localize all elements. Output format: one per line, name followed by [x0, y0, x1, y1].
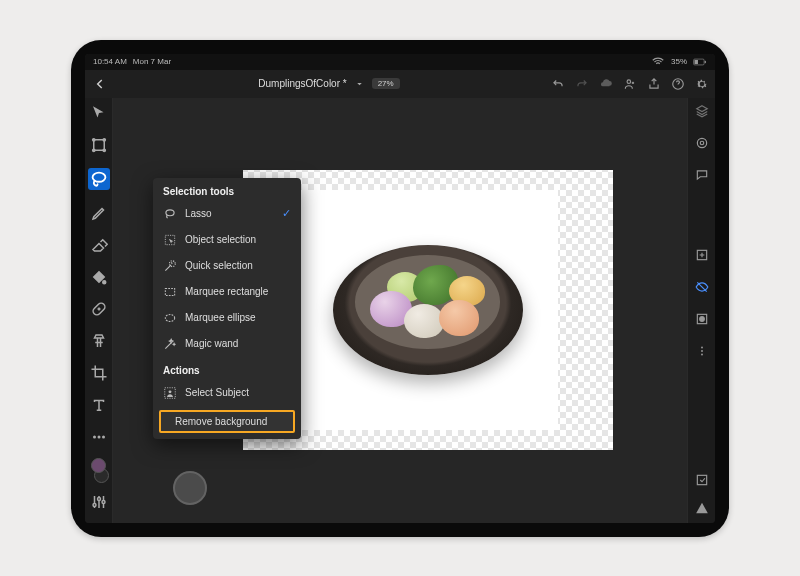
- svg-point-10: [92, 172, 105, 181]
- mask-icon[interactable]: [695, 312, 709, 326]
- svg-point-38: [701, 350, 703, 352]
- properties-icon[interactable]: [695, 136, 709, 150]
- magic-wand-icon: [163, 337, 177, 351]
- menu-item-label: Magic wand: [185, 338, 238, 349]
- eraser-tool-icon[interactable]: [90, 236, 108, 254]
- image-content: [298, 190, 558, 430]
- select-subject-icon: [163, 386, 177, 400]
- transform-tool-icon[interactable]: [90, 136, 108, 154]
- selection-tools-popup: Selection tools Lasso ✓ Object selection…: [153, 178, 301, 439]
- kebab-icon[interactable]: [695, 344, 709, 358]
- svg-rect-26: [165, 288, 174, 295]
- menu-item-quick-selection[interactable]: Quick selection: [153, 253, 301, 279]
- svg-point-15: [93, 503, 96, 506]
- svg-rect-2: [705, 60, 706, 62]
- svg-point-17: [102, 500, 105, 503]
- heal-tool-icon[interactable]: [90, 300, 108, 318]
- menu-item-label: Lasso: [185, 208, 212, 219]
- svg-point-16: [97, 497, 100, 500]
- svg-point-39: [701, 353, 703, 355]
- zoom-badge[interactable]: 27%: [372, 78, 400, 89]
- lasso-icon: [163, 207, 177, 221]
- document-title[interactable]: DumplingsOfColor *: [258, 78, 346, 89]
- svg-point-32: [700, 141, 704, 145]
- svg-point-27: [165, 314, 174, 321]
- wifi-icon: [651, 55, 665, 69]
- ios-status-bar: 10:54 AM Mon 7 Mar 35%: [85, 54, 715, 70]
- menu-item-marquee-rectangle[interactable]: Marquee rectangle: [153, 279, 301, 305]
- lasso-tool-icon[interactable]: [88, 168, 110, 190]
- menu-item-lasso[interactable]: Lasso ✓: [153, 201, 301, 227]
- help-icon[interactable]: [671, 77, 685, 91]
- svg-point-29: [169, 390, 172, 393]
- svg-rect-40: [697, 475, 706, 484]
- gear-icon[interactable]: [695, 77, 709, 91]
- color-swatches[interactable]: [88, 458, 109, 483]
- svg-point-8: [92, 149, 94, 151]
- svg-point-6: [92, 138, 94, 140]
- menu-item-marquee-ellipse[interactable]: Marquee ellipse: [153, 305, 301, 331]
- workspace: Selection tools Lasso ✓ Object selection…: [85, 98, 715, 523]
- svg-point-13: [97, 435, 100, 438]
- svg-point-14: [102, 435, 105, 438]
- check-icon: ✓: [282, 207, 291, 220]
- clone-tool-icon[interactable]: [90, 332, 108, 350]
- quick-selection-icon: [163, 259, 177, 273]
- menu-item-label: Marquee rectangle: [185, 286, 268, 297]
- menu-item-select-subject[interactable]: Select Subject: [153, 380, 301, 406]
- adjust-icon[interactable]: [90, 493, 108, 511]
- app-header: DumplingsOfColor * 27%: [85, 70, 715, 98]
- menu-item-label: Remove background: [175, 416, 267, 427]
- menu-item-magic-wand[interactable]: Magic wand: [153, 331, 301, 357]
- svg-rect-1: [694, 59, 698, 63]
- popup-section-actions: Actions: [153, 357, 301, 380]
- bowl-illustration: [333, 245, 523, 375]
- battery-icon: [693, 55, 707, 69]
- chevron-down-icon[interactable]: [355, 77, 364, 91]
- touch-shortcut-puck[interactable]: [173, 471, 207, 505]
- move-tool-icon[interactable]: [90, 104, 108, 122]
- user-icon[interactable]: [623, 77, 637, 91]
- visibility-icon[interactable]: [695, 280, 709, 294]
- menu-item-label: Marquee ellipse: [185, 312, 256, 323]
- svg-point-36: [699, 316, 704, 321]
- svg-point-3: [627, 79, 631, 83]
- undo-icon[interactable]: [551, 77, 565, 91]
- left-toolbar: [85, 98, 113, 523]
- export-icon[interactable]: [695, 473, 709, 487]
- app-screen: 10:54 AM Mon 7 Mar 35% DumplingsOfColor …: [85, 54, 715, 523]
- marquee-ellipse-icon: [163, 311, 177, 325]
- layers-icon[interactable]: [695, 104, 709, 118]
- svg-point-33: [697, 138, 706, 147]
- more-tool-icon[interactable]: [90, 428, 108, 446]
- status-date: Mon 7 Mar: [133, 57, 171, 66]
- popup-section-tools: Selection tools: [153, 178, 301, 201]
- svg-point-37: [701, 346, 703, 348]
- type-tool-icon[interactable]: [90, 396, 108, 414]
- svg-point-23: [166, 209, 174, 215]
- warning-icon[interactable]: [695, 501, 709, 515]
- svg-point-9: [103, 149, 105, 151]
- tablet-frame: 10:54 AM Mon 7 Mar 35% DumplingsOfColor …: [71, 40, 729, 537]
- status-battery: 35%: [671, 57, 687, 66]
- menu-item-remove-background[interactable]: Remove background: [159, 410, 295, 433]
- crop-tool-icon[interactable]: [90, 364, 108, 382]
- object-selection-icon: [163, 233, 177, 247]
- brush-tool-icon[interactable]: [90, 204, 108, 222]
- back-icon[interactable]: [93, 77, 107, 91]
- svg-rect-5: [93, 139, 104, 150]
- status-time: 10:54 AM: [93, 57, 127, 66]
- menu-item-label: Select Subject: [185, 387, 249, 398]
- menu-item-object-selection[interactable]: Object selection: [153, 227, 301, 253]
- add-layer-icon[interactable]: [695, 248, 709, 262]
- cloud-icon[interactable]: [599, 77, 613, 91]
- fill-tool-icon[interactable]: [90, 268, 108, 286]
- redo-icon[interactable]: [575, 77, 589, 91]
- marquee-rectangle-icon: [163, 285, 177, 299]
- right-toolbar: [687, 98, 715, 523]
- svg-point-12: [93, 435, 96, 438]
- share-icon[interactable]: [647, 77, 661, 91]
- svg-point-7: [103, 138, 105, 140]
- comments-icon[interactable]: [695, 168, 709, 182]
- menu-item-label: Quick selection: [185, 260, 253, 271]
